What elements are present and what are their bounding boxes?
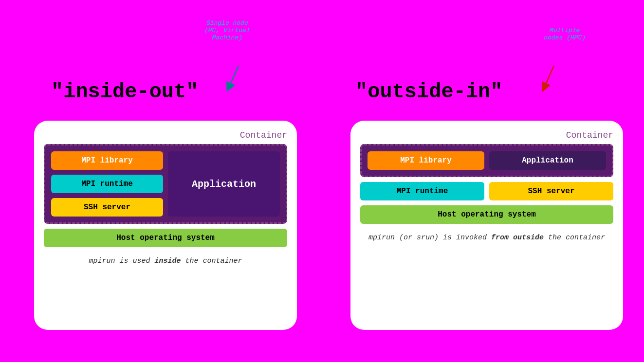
left-dashed-box: MPI library MPI runtime SSH server Appli… — [44, 144, 287, 224]
arrow-right — [539, 63, 569, 95]
right-mid-row: MPI runtime SSH server — [360, 182, 613, 200]
right-dashed-box: MPI library Application — [360, 144, 613, 177]
right-caption: mpirun (or srun) is invoked from outside… — [360, 233, 613, 244]
mpi-library-block-left: MPI library — [51, 151, 163, 170]
top-label-left: Single node (PC, Virtual Machine) — [204, 19, 250, 41]
svg-line-0 — [229, 66, 239, 88]
right-container-label: Container — [360, 130, 613, 140]
application-block-left: Application — [168, 151, 280, 217]
left-container-label: Container — [44, 130, 287, 140]
left-diagram-box: Container MPI library MPI runtime SSH se… — [34, 121, 297, 330]
ssh-server-block-left: SSH server — [51, 198, 163, 217]
application-block-right: Application — [489, 151, 606, 170]
left-caption: mpirun is used inside the container — [44, 256, 287, 267]
mpi-runtime-block-right: MPI runtime — [360, 182, 484, 200]
mpi-runtime-block-left: MPI runtime — [51, 175, 163, 193]
title-left: "inside-out" — [51, 80, 198, 104]
arrow-left — [224, 63, 253, 95]
host-os-block-right: Host operating system — [360, 205, 613, 224]
ssh-server-block-right: SSH server — [489, 182, 613, 200]
svg-line-1 — [544, 66, 554, 88]
title-right: "outside-in" — [355, 80, 502, 104]
mpi-library-block-right: MPI library — [368, 151, 484, 170]
top-label-right: Multiple nodes (HPC) — [544, 27, 586, 41]
right-diagram-box: Container MPI library Application MPI ru… — [350, 121, 623, 330]
left-col: MPI library MPI runtime SSH server — [51, 151, 163, 217]
host-os-block-left: Host operating system — [44, 229, 287, 247]
